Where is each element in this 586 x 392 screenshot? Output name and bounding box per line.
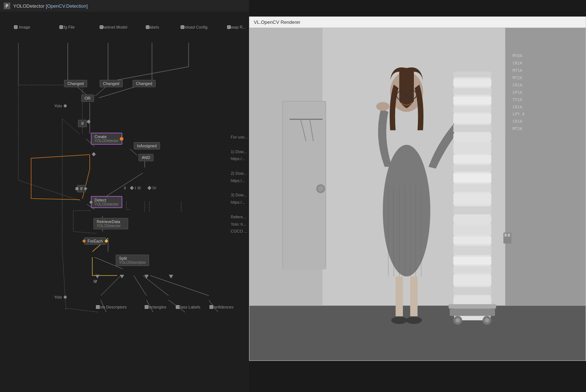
svg-text:MT2A: MT2A [512, 126, 522, 131]
svg-rect-45 [453, 88, 492, 95]
svg-point-71 [456, 318, 460, 322]
svg-rect-67 [449, 304, 496, 308]
patch-indicator: P [4, 3, 10, 9]
retrievedata-node[interactable]: RetrieveData YOLODetector [93, 218, 128, 229]
svg-text:CR1A: CR1A [512, 119, 522, 124]
create-node[interactable]: Create YOLODetector [91, 133, 122, 145]
graph-subtitle: [OpenCV.Detection] [46, 3, 88, 9]
svg-text:MT0A: MT0A [512, 53, 522, 58]
svg-rect-50 [453, 134, 492, 140]
node-graph[interactable]: P YOLODetector [OpenCV.Detection] .conn … [0, 0, 249, 392]
swapr-label: Swap R... [229, 25, 246, 29]
svg-rect-48 [453, 114, 492, 123]
svg-text:CP1A: CP1A [512, 90, 522, 95]
svg-rect-63 [453, 267, 492, 273]
svg-rect-36 [396, 277, 403, 321]
svg-rect-62 [453, 257, 492, 265]
svg-rect-49 [453, 125, 492, 132]
bw-photo-svg: MT0A CR1A MT1A MT2A CR1A CP1A TY1A CR1A … [249, 28, 586, 360]
svg-text:MT2A: MT2A [512, 75, 522, 80]
svg-rect-55 [453, 184, 492, 192]
yolo-label-1: Yolo [54, 104, 67, 108]
svg-rect-57 [453, 206, 492, 214]
svg-text:CR1A: CR1A [512, 61, 522, 66]
svg-rect-58 [453, 216, 492, 223]
diamond-port-1 [92, 152, 96, 156]
isassigned-node[interactable]: IsAssigned [134, 142, 160, 149]
image-pin[interactable] [14, 25, 18, 29]
image-label: Image [19, 25, 30, 29]
svg-text:MT1A: MT1A [512, 68, 522, 73]
svg-rect-59 [453, 225, 492, 235]
swapr-pin[interactable] [227, 25, 231, 29]
svg-rect-51 [453, 142, 492, 153]
changed3-node[interactable]: Changed [133, 80, 156, 87]
reload-label: Reload Config [182, 25, 208, 29]
or-node[interactable]: OR [81, 95, 94, 102]
rectangles-io[interactable]: Rectangles [145, 305, 165, 309]
svg-rect-65 [453, 287, 492, 295]
foreach-node[interactable]: ForEach [84, 237, 106, 245]
svg-point-27 [376, 102, 389, 111]
graph-title: YOLODetector [13, 3, 44, 9]
svg-rect-60 [453, 237, 492, 244]
renderer-image: MT0A CR1A MT1A MT2A CR1A CP1A TY1A CR1A … [249, 28, 586, 360]
cfgfile-pin[interactable] [59, 25, 63, 29]
svg-point-38 [391, 317, 407, 324]
changed2-node[interactable]: Changed [100, 80, 123, 87]
renderer-panel[interactable]: VL.OpenCV Renderer MT0A CR1A MT1A MT2A C… [249, 16, 586, 361]
svg-text:CR1A: CR1A [512, 105, 522, 110]
svg-point-72 [485, 318, 489, 322]
svg-text:TY1A: TY1A [512, 97, 522, 102]
confidences-io[interactable]: Confidences [209, 305, 232, 309]
and-node[interactable]: AND [138, 154, 153, 161]
yolodesc-io[interactable]: Yolo Descriptors [96, 305, 125, 309]
svg-point-39 [406, 317, 422, 324]
split-node[interactable]: Split YOLODescriptor [116, 255, 149, 266]
svg-rect-37 [410, 277, 418, 321]
svg-rect-52 [453, 155, 492, 163]
detect-node[interactable]: Detect YOLODetector [91, 196, 122, 208]
svg-rect-64 [453, 275, 492, 285]
darknet-pin[interactable] [100, 25, 103, 29]
svg-rect-56 [453, 193, 492, 204]
svg-rect-54 [453, 173, 492, 182]
svg-rect-66 [453, 297, 492, 304]
reload-pin[interactable] [181, 25, 184, 29]
labels-pin[interactable] [146, 25, 149, 29]
svg-rect-44 [453, 79, 492, 86]
svg-rect-68 [450, 308, 495, 316]
svg-rect-43 [453, 72, 492, 77]
svg-rect-74 [504, 234, 507, 237]
svg-rect-75 [508, 234, 510, 237]
output-arrows-row [95, 274, 173, 278]
svg-point-18 [318, 186, 324, 192]
if2-node[interactable]: If [77, 185, 86, 192]
svg-rect-53 [453, 165, 492, 171]
darknet-label: Darknet Model [101, 25, 127, 29]
svg-rect-47 [453, 107, 492, 112]
svg-rect-61 [453, 246, 492, 255]
roman-numerals-row: II I III IV [124, 186, 156, 190]
svg-text:LPY A: LPY A [512, 112, 524, 117]
classlabels-io[interactable]: Class Labels [176, 305, 199, 309]
if1-node[interactable]: If [78, 120, 87, 127]
changed1-node[interactable]: Changed [64, 80, 87, 87]
svg-text:CR1A: CR1A [512, 83, 522, 88]
connections-svg: .conn { stroke: #888; stroke-width: 1; f… [0, 12, 249, 392]
yolo-label-2: Yolo [54, 295, 67, 299]
title-bar: P YOLODetector [OpenCV.Detection] [0, 0, 249, 12]
svg-rect-46 [453, 97, 492, 105]
renderer-title: VL.OpenCV Renderer [249, 17, 586, 28]
